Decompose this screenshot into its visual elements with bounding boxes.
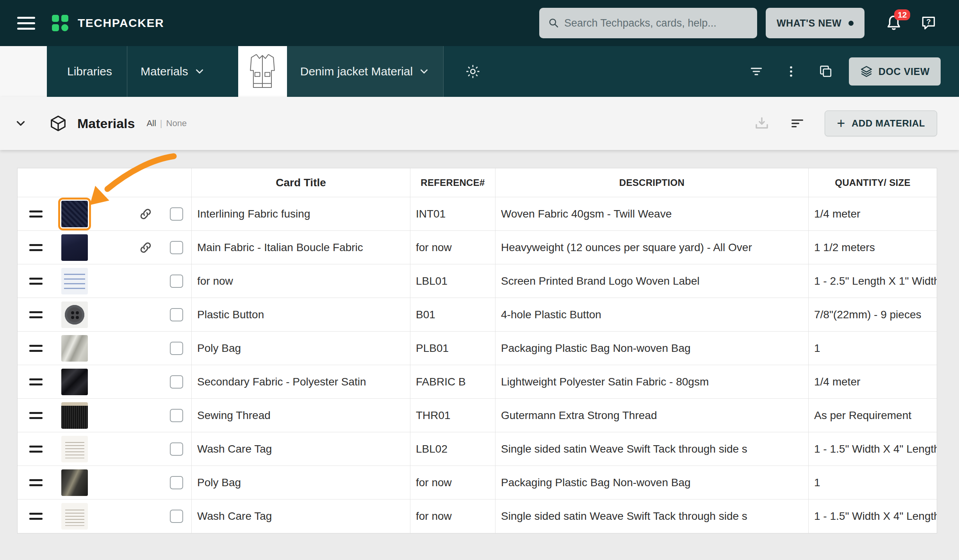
- row-checkbox[interactable]: [170, 375, 183, 389]
- description-cell[interactable]: Gutermann Extra Strong Thread: [496, 399, 809, 432]
- sort-button[interactable]: [790, 116, 805, 131]
- row-checkbox[interactable]: [170, 476, 183, 489]
- description-cell[interactable]: Packaging Plastic Bag Non-woven Bag: [496, 466, 809, 499]
- drag-handle-icon[interactable]: [27, 244, 45, 251]
- filter-button[interactable]: [739, 46, 774, 97]
- doc-view-button[interactable]: DOC VIEW: [849, 57, 941, 86]
- drag-handle-icon[interactable]: [27, 345, 45, 352]
- card-title-cell[interactable]: Wash Care Tag: [192, 499, 410, 533]
- copy-button[interactable]: [808, 46, 843, 97]
- nav-libraries[interactable]: Libraries: [47, 46, 127, 97]
- link-slot[interactable]: [138, 442, 153, 457]
- help-button[interactable]: ?: [920, 14, 937, 32]
- description-cell[interactable]: Screen Printed Brand Logo Woven Label: [496, 264, 809, 298]
- techpack-settings-button[interactable]: [453, 46, 493, 97]
- save-section-button[interactable]: [754, 115, 770, 132]
- link-slot[interactable]: [138, 509, 153, 524]
- quantity-cell[interactable]: 1: [809, 466, 937, 499]
- reference-cell[interactable]: for now: [410, 231, 496, 264]
- material-thumbnail[interactable]: [61, 402, 88, 429]
- drag-handle-icon[interactable]: [27, 210, 45, 218]
- quantity-cell[interactable]: 1 - 1.5" Width X 4" Length: [809, 432, 937, 465]
- description-cell[interactable]: Packaging Plastic Bag Non-woven Bag: [496, 332, 809, 365]
- drag-handle-icon[interactable]: [27, 446, 45, 453]
- link-slot[interactable]: [138, 375, 153, 389]
- link-slot[interactable]: [138, 475, 153, 490]
- description-cell[interactable]: Heavyweight (12 ounces per square yard) …: [496, 231, 809, 264]
- quantity-cell[interactable]: 1/4 meter: [809, 365, 937, 398]
- card-title-cell[interactable]: Secondary Fabric - Polyester Satin: [192, 365, 410, 398]
- drag-handle-icon[interactable]: [27, 278, 45, 285]
- menu-icon[interactable]: [17, 17, 35, 30]
- material-thumbnail[interactable]: [61, 201, 88, 227]
- row-checkbox[interactable]: [170, 241, 183, 254]
- card-title-cell[interactable]: Main Fabric - Italian Boucle Fabric: [192, 231, 410, 264]
- row-checkbox[interactable]: [170, 442, 183, 456]
- quantity-cell[interactable]: As per Requirement: [809, 399, 937, 432]
- add-material-button[interactable]: + ADD MATERIAL: [825, 111, 937, 136]
- techpack-thumbnail[interactable]: [238, 46, 287, 97]
- reference-cell[interactable]: LBL01: [410, 264, 496, 298]
- link-slot[interactable]: [138, 307, 153, 322]
- quantity-cell[interactable]: 1/4 meter: [809, 197, 937, 230]
- reference-cell[interactable]: INT01: [410, 197, 496, 230]
- card-title-cell[interactable]: Wash Care Tag: [192, 432, 410, 465]
- drag-handle-icon[interactable]: [27, 513, 45, 520]
- description-cell[interactable]: Single sided satin Weave Swift Tack thro…: [496, 432, 809, 465]
- nav-materials-dropdown[interactable]: Materials: [127, 46, 219, 97]
- techpacker-logo-icon[interactable]: [52, 15, 68, 31]
- card-title-cell[interactable]: for now: [192, 264, 410, 298]
- row-checkbox[interactable]: [170, 409, 183, 422]
- material-thumbnail[interactable]: [61, 436, 88, 462]
- reference-cell[interactable]: B01: [410, 298, 496, 331]
- select-none-link[interactable]: None: [166, 118, 187, 128]
- description-cell[interactable]: Lightweight Polyester Satin Fabric - 80g…: [496, 365, 809, 398]
- card-title-cell[interactable]: Interlining Fabric fusing: [192, 197, 410, 230]
- reference-cell[interactable]: THR01: [410, 399, 496, 432]
- drag-handle-icon[interactable]: [27, 311, 45, 318]
- link-slot[interactable]: [138, 240, 153, 255]
- row-checkbox[interactable]: [170, 308, 183, 321]
- row-checkbox[interactable]: [170, 207, 183, 221]
- card-title-cell[interactable]: Poly Bag: [192, 332, 410, 365]
- reference-cell[interactable]: PLB01: [410, 332, 496, 365]
- quantity-cell[interactable]: 1 - 2.5" Length X 1" Width: [809, 264, 937, 298]
- search-box[interactable]: [539, 8, 757, 38]
- more-options-button[interactable]: [774, 46, 808, 97]
- link-slot[interactable]: [138, 207, 153, 221]
- quantity-cell[interactable]: 1 1/2 meters: [809, 231, 937, 264]
- material-thumbnail[interactable]: [61, 503, 88, 530]
- material-thumbnail[interactable]: [61, 301, 88, 328]
- link-slot[interactable]: [138, 274, 153, 289]
- quantity-cell[interactable]: 1: [809, 332, 937, 365]
- description-cell[interactable]: Single sided satin Weave Swift Tack thro…: [496, 499, 809, 533]
- drag-handle-icon[interactable]: [27, 412, 45, 419]
- notifications-button[interactable]: 12: [885, 14, 903, 32]
- drag-handle-icon[interactable]: [27, 378, 45, 385]
- description-cell[interactable]: Woven Fabric 40gsm - Twill Weave: [496, 197, 809, 230]
- card-title-cell[interactable]: Plastic Button: [192, 298, 410, 331]
- collapse-section-button[interactable]: [14, 117, 27, 130]
- row-checkbox[interactable]: [170, 342, 183, 355]
- material-thumbnail[interactable]: [61, 268, 88, 294]
- card-title-cell[interactable]: Poly Bag: [192, 466, 410, 499]
- reference-cell[interactable]: FABRIC B: [410, 365, 496, 398]
- material-thumbnail[interactable]: [61, 234, 88, 261]
- description-cell[interactable]: 4-hole Plastic Button: [496, 298, 809, 331]
- select-all-link[interactable]: All: [146, 118, 156, 128]
- quantity-cell[interactable]: 1 - 1.5" Width X 4" Length: [809, 499, 937, 533]
- search-input[interactable]: [564, 17, 749, 29]
- card-title-cell[interactable]: Sewing Thread: [192, 399, 410, 432]
- row-checkbox[interactable]: [170, 510, 183, 523]
- material-thumbnail[interactable]: [61, 469, 88, 496]
- row-checkbox[interactable]: [170, 275, 183, 288]
- link-slot[interactable]: [138, 408, 153, 423]
- link-slot[interactable]: [138, 341, 153, 356]
- material-thumbnail[interactable]: [61, 335, 88, 362]
- material-thumbnail[interactable]: [61, 369, 88, 395]
- techpack-name-dropdown[interactable]: Denim jacket Material: [287, 46, 443, 97]
- quantity-cell[interactable]: 7/8"(22mm) - 9 pieces: [809, 298, 937, 331]
- drag-handle-icon[interactable]: [27, 479, 45, 486]
- reference-cell[interactable]: LBL02: [410, 432, 496, 465]
- reference-cell[interactable]: for now: [410, 499, 496, 533]
